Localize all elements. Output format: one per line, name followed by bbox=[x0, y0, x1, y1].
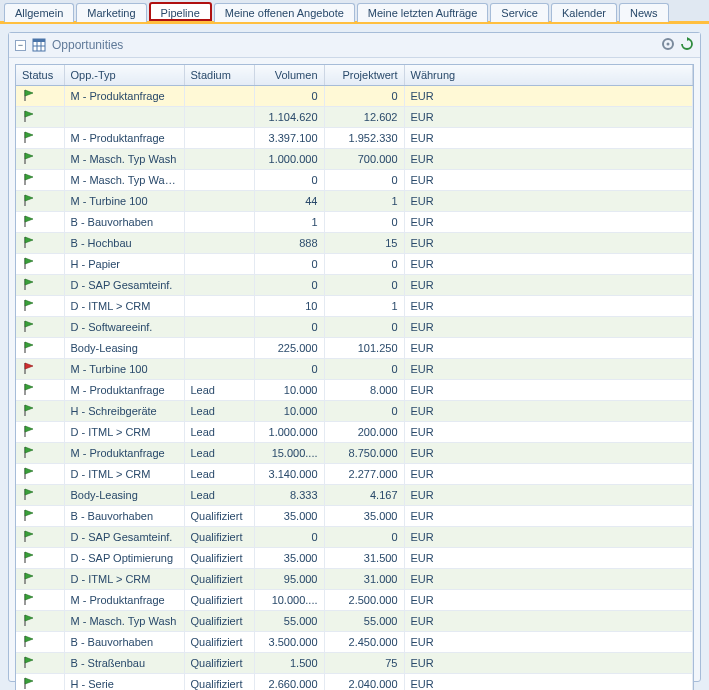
cell[interactable] bbox=[64, 107, 184, 128]
cell[interactable]: 3.140.000 bbox=[254, 464, 324, 485]
cell[interactable]: 0 bbox=[254, 254, 324, 275]
cell[interactable]: EUR bbox=[404, 191, 693, 212]
table-row[interactable]: Body-LeasingLead8.3334.167EUR bbox=[16, 485, 693, 506]
table-row[interactable]: 1.104.62012.602EUR bbox=[16, 107, 693, 128]
cell[interactable]: 35.000 bbox=[254, 506, 324, 527]
cell[interactable] bbox=[16, 632, 64, 653]
cell[interactable] bbox=[184, 317, 254, 338]
cell[interactable]: EUR bbox=[404, 170, 693, 191]
table-row[interactable]: H - Papier00EUR bbox=[16, 254, 693, 275]
cell[interactable]: EUR bbox=[404, 338, 693, 359]
cell[interactable]: B - Hochbau bbox=[64, 233, 184, 254]
col-header-volumen[interactable]: Volumen bbox=[254, 65, 324, 86]
cell[interactable]: D - Softwareeinf. bbox=[64, 317, 184, 338]
cell[interactable]: Body-Leasing bbox=[64, 485, 184, 506]
refresh-icon[interactable] bbox=[680, 41, 694, 53]
table-row[interactable]: M - ProduktanfrageQualifiziert10.000....… bbox=[16, 590, 693, 611]
table-row[interactable]: B - BauvorhabenQualifiziert3.500.0002.45… bbox=[16, 632, 693, 653]
cell[interactable]: Qualifiziert bbox=[184, 653, 254, 674]
cell[interactable]: 0 bbox=[324, 275, 404, 296]
cell[interactable] bbox=[16, 359, 64, 380]
cell[interactable] bbox=[16, 296, 64, 317]
cell[interactable]: B - Bauvorhaben bbox=[64, 506, 184, 527]
table-row[interactable]: M - Masch. Typ Wash200EUR bbox=[16, 170, 693, 191]
table-row[interactable]: B - Bauvorhaben10EUR bbox=[16, 212, 693, 233]
cell[interactable] bbox=[16, 401, 64, 422]
cell[interactable]: EUR bbox=[404, 611, 693, 632]
cell[interactable]: 0 bbox=[324, 401, 404, 422]
cell[interactable]: D - ITML > CRM bbox=[64, 569, 184, 590]
cell[interactable]: EUR bbox=[404, 506, 693, 527]
cell[interactable]: Lead bbox=[184, 380, 254, 401]
cell[interactable]: EUR bbox=[404, 464, 693, 485]
cell[interactable]: 35.000 bbox=[254, 548, 324, 569]
cell[interactable]: 10 bbox=[254, 296, 324, 317]
cell[interactable]: 3.397.100 bbox=[254, 128, 324, 149]
cell[interactable] bbox=[16, 443, 64, 464]
cell[interactable]: 10.000 bbox=[254, 380, 324, 401]
cell[interactable]: EUR bbox=[404, 653, 693, 674]
cell[interactable]: 1.952.330 bbox=[324, 128, 404, 149]
cell[interactable]: 2.500.000 bbox=[324, 590, 404, 611]
cell[interactable]: 2.450.000 bbox=[324, 632, 404, 653]
table-row[interactable]: M - ProduktanfrageLead15.000....8.750.00… bbox=[16, 443, 693, 464]
cell[interactable] bbox=[16, 317, 64, 338]
cell[interactable]: EUR bbox=[404, 674, 693, 691]
table-row[interactable]: D - ITML > CRMLead1.000.000200.000EUR bbox=[16, 422, 693, 443]
cell[interactable]: 15 bbox=[324, 233, 404, 254]
col-header-projektwert[interactable]: Projektwert bbox=[324, 65, 404, 86]
cell[interactable]: M - Masch. Typ Wash2 bbox=[64, 170, 184, 191]
cell[interactable] bbox=[16, 380, 64, 401]
cell[interactable] bbox=[16, 485, 64, 506]
cell[interactable]: 8.000 bbox=[324, 380, 404, 401]
cell[interactable]: M - Turbine 100 bbox=[64, 359, 184, 380]
cell[interactable]: Qualifiziert bbox=[184, 506, 254, 527]
cell[interactable]: 10.000 bbox=[254, 401, 324, 422]
cell[interactable]: 55.000 bbox=[324, 611, 404, 632]
cell[interactable]: 700.000 bbox=[324, 149, 404, 170]
cell[interactable]: Lead bbox=[184, 443, 254, 464]
cell[interactable]: Qualifiziert bbox=[184, 548, 254, 569]
cell[interactable] bbox=[16, 548, 64, 569]
table-row[interactable]: M - Produktanfrage00EUR bbox=[16, 86, 693, 107]
col-header-typ[interactable]: Opp.-Typ bbox=[64, 65, 184, 86]
cell[interactable] bbox=[184, 338, 254, 359]
tab-meine-offenen-angebote[interactable]: Meine offenen Angebote bbox=[214, 3, 355, 22]
cell[interactable]: D - ITML > CRM bbox=[64, 296, 184, 317]
table-row[interactable]: Body-Leasing225.000101.250EUR bbox=[16, 338, 693, 359]
cell[interactable]: EUR bbox=[404, 527, 693, 548]
cell[interactable]: Lead bbox=[184, 485, 254, 506]
cell[interactable] bbox=[16, 128, 64, 149]
cell[interactable] bbox=[184, 107, 254, 128]
cell[interactable]: 35.000 bbox=[324, 506, 404, 527]
cell[interactable]: H - Schreibgeräte bbox=[64, 401, 184, 422]
cell[interactable]: EUR bbox=[404, 632, 693, 653]
cell[interactable]: 2.660.000 bbox=[254, 674, 324, 691]
cell[interactable]: EUR bbox=[404, 590, 693, 611]
cell[interactable]: 2.040.000 bbox=[324, 674, 404, 691]
cell[interactable]: EUR bbox=[404, 485, 693, 506]
cell[interactable]: EUR bbox=[404, 254, 693, 275]
table-row[interactable]: D - Softwareeinf.00EUR bbox=[16, 317, 693, 338]
cell[interactable]: Qualifiziert bbox=[184, 527, 254, 548]
cell[interactable]: M - Masch. Typ Wash bbox=[64, 611, 184, 632]
cell[interactable]: M - Produktanfrage bbox=[64, 443, 184, 464]
table-row[interactable]: D - SAP OptimierungQualifiziert35.00031.… bbox=[16, 548, 693, 569]
cell[interactable]: 225.000 bbox=[254, 338, 324, 359]
table-row[interactable]: M - Turbine 100441EUR bbox=[16, 191, 693, 212]
cell[interactable]: H - Serie bbox=[64, 674, 184, 691]
cell[interactable]: 0 bbox=[254, 527, 324, 548]
cell[interactable]: 2.277.000 bbox=[324, 464, 404, 485]
tab-meine-letzten-aufträge[interactable]: Meine letzten Aufträge bbox=[357, 3, 488, 22]
cell[interactable]: 0 bbox=[254, 317, 324, 338]
cell[interactable]: 0 bbox=[324, 86, 404, 107]
cell[interactable] bbox=[16, 590, 64, 611]
cell[interactable]: M - Produktanfrage bbox=[64, 86, 184, 107]
cell[interactable]: 200.000 bbox=[324, 422, 404, 443]
cell[interactable]: EUR bbox=[404, 422, 693, 443]
cell[interactable]: EUR bbox=[404, 443, 693, 464]
cell[interactable]: 0 bbox=[324, 359, 404, 380]
cell[interactable] bbox=[16, 191, 64, 212]
table-row[interactable]: H - SerieQualifiziert2.660.0002.040.000E… bbox=[16, 674, 693, 691]
cell[interactable]: EUR bbox=[404, 212, 693, 233]
